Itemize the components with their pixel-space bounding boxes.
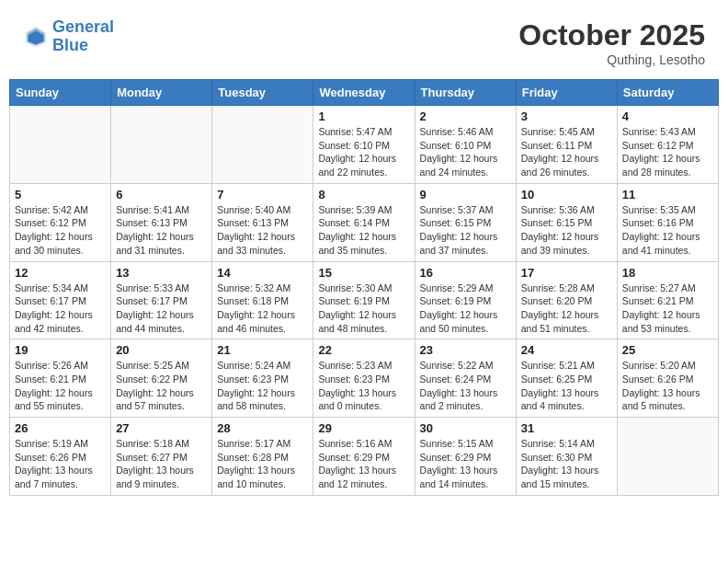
day-number: 28 <box>217 421 308 435</box>
day-info: Sunrise: 5:43 AM Sunset: 6:12 PM Dayligh… <box>622 125 713 179</box>
calendar-cell: 25Sunrise: 5:20 AM Sunset: 6:26 PM Dayli… <box>617 339 718 418</box>
day-info: Sunrise: 5:37 AM Sunset: 6:15 PM Dayligh… <box>420 203 511 258</box>
day-number: 16 <box>420 266 511 280</box>
day-info: Sunrise: 5:20 AM Sunset: 6:26 PM Dayligh… <box>622 359 713 413</box>
location-subtitle: Quthing, Lesotho <box>518 52 705 67</box>
logo-icon <box>23 24 49 50</box>
day-info: Sunrise: 5:15 AM Sunset: 6:29 PM Dayligh… <box>420 437 511 491</box>
day-number: 27 <box>116 421 207 435</box>
day-number: 14 <box>217 266 308 280</box>
title-block: October 2025 Quthing, Lesotho <box>518 18 705 67</box>
weekday-header-wednesday: Wednesday <box>313 80 415 106</box>
day-number: 15 <box>318 266 409 280</box>
day-info: Sunrise: 5:32 AM Sunset: 6:18 PM Dayligh… <box>217 282 308 336</box>
day-info: Sunrise: 5:27 AM Sunset: 6:21 PM Dayligh… <box>622 282 713 336</box>
calendar-cell <box>111 106 212 184</box>
calendar-cell: 30Sunrise: 5:15 AM Sunset: 6:29 PM Dayli… <box>415 418 516 496</box>
day-number: 31 <box>521 421 612 435</box>
weekday-header-saturday: Saturday <box>617 80 718 106</box>
calendar-cell: 23Sunrise: 5:22 AM Sunset: 6:24 PM Dayli… <box>415 339 516 418</box>
day-info: Sunrise: 5:46 AM Sunset: 6:10 PM Dayligh… <box>420 125 511 179</box>
calendar-cell: 14Sunrise: 5:32 AM Sunset: 6:18 PM Dayli… <box>212 261 313 339</box>
calendar-cell: 11Sunrise: 5:35 AM Sunset: 6:16 PM Dayli… <box>617 183 718 261</box>
day-info: Sunrise: 5:23 AM Sunset: 6:23 PM Dayligh… <box>318 359 409 413</box>
day-number: 26 <box>15 421 106 435</box>
calendar-cell: 24Sunrise: 5:21 AM Sunset: 6:25 PM Dayli… <box>516 339 617 418</box>
logo-text: General Blue <box>52 18 114 55</box>
calendar-cell: 5Sunrise: 5:42 AM Sunset: 6:12 PM Daylig… <box>10 183 111 261</box>
calendar-cell: 3Sunrise: 5:45 AM Sunset: 6:11 PM Daylig… <box>516 106 617 184</box>
calendar-cell: 12Sunrise: 5:34 AM Sunset: 6:17 PM Dayli… <box>10 261 111 339</box>
day-number: 22 <box>318 343 409 357</box>
day-number: 8 <box>318 188 409 201</box>
day-number: 23 <box>420 343 511 357</box>
day-info: Sunrise: 5:18 AM Sunset: 6:27 PM Dayligh… <box>116 437 207 491</box>
calendar-cell: 16Sunrise: 5:29 AM Sunset: 6:19 PM Dayli… <box>415 261 516 339</box>
weekday-header-monday: Monday <box>111 80 212 106</box>
day-info: Sunrise: 5:17 AM Sunset: 6:28 PM Dayligh… <box>217 437 308 491</box>
logo: General Blue <box>23 18 114 55</box>
day-number: 6 <box>116 188 207 201</box>
day-number: 25 <box>622 343 713 357</box>
weekday-header-thursday: Thursday <box>415 80 516 106</box>
day-number: 7 <box>217 188 308 201</box>
calendar-cell: 7Sunrise: 5:40 AM Sunset: 6:13 PM Daylig… <box>212 183 313 261</box>
calendar-cell: 27Sunrise: 5:18 AM Sunset: 6:27 PM Dayli… <box>111 418 212 496</box>
calendar-cell <box>617 418 718 496</box>
calendar-cell: 10Sunrise: 5:36 AM Sunset: 6:15 PM Dayli… <box>516 183 617 261</box>
calendar-cell: 22Sunrise: 5:23 AM Sunset: 6:23 PM Dayli… <box>313 339 415 418</box>
calendar-cell: 28Sunrise: 5:17 AM Sunset: 6:28 PM Dayli… <box>212 418 313 496</box>
day-number: 21 <box>217 343 308 357</box>
day-info: Sunrise: 5:30 AM Sunset: 6:19 PM Dayligh… <box>318 282 409 336</box>
day-number: 4 <box>622 109 713 123</box>
calendar-cell: 20Sunrise: 5:25 AM Sunset: 6:22 PM Dayli… <box>111 339 212 418</box>
calendar-cell: 9Sunrise: 5:37 AM Sunset: 6:15 PM Daylig… <box>415 183 516 261</box>
week-row-1: 1Sunrise: 5:47 AM Sunset: 6:10 PM Daylig… <box>10 106 719 184</box>
day-info: Sunrise: 5:40 AM Sunset: 6:13 PM Dayligh… <box>217 203 308 258</box>
day-info: Sunrise: 5:42 AM Sunset: 6:12 PM Dayligh… <box>15 203 106 258</box>
day-number: 5 <box>15 188 106 201</box>
day-number: 11 <box>622 188 713 201</box>
calendar-cell: 17Sunrise: 5:28 AM Sunset: 6:20 PM Dayli… <box>516 261 617 339</box>
day-number: 13 <box>116 266 207 280</box>
week-row-5: 26Sunrise: 5:19 AM Sunset: 6:26 PM Dayli… <box>10 418 719 496</box>
day-info: Sunrise: 5:34 AM Sunset: 6:17 PM Dayligh… <box>15 282 106 336</box>
calendar-cell <box>10 106 111 184</box>
calendar-cell: 21Sunrise: 5:24 AM Sunset: 6:23 PM Dayli… <box>212 339 313 418</box>
calendar-cell <box>212 106 313 184</box>
day-info: Sunrise: 5:24 AM Sunset: 6:23 PM Dayligh… <box>217 359 308 413</box>
weekday-header-friday: Friday <box>516 80 617 106</box>
weekday-header-row: SundayMondayTuesdayWednesdayThursdayFrid… <box>10 80 719 106</box>
calendar-cell: 13Sunrise: 5:33 AM Sunset: 6:17 PM Dayli… <box>111 261 212 339</box>
day-number: 30 <box>420 421 511 435</box>
day-info: Sunrise: 5:26 AM Sunset: 6:21 PM Dayligh… <box>15 359 106 413</box>
day-info: Sunrise: 5:19 AM Sunset: 6:26 PM Dayligh… <box>15 437 106 491</box>
calendar-table: SundayMondayTuesdayWednesdayThursdayFrid… <box>9 79 719 496</box>
day-info: Sunrise: 5:39 AM Sunset: 6:14 PM Dayligh… <box>318 203 409 258</box>
day-info: Sunrise: 5:29 AM Sunset: 6:19 PM Dayligh… <box>420 282 511 336</box>
day-info: Sunrise: 5:14 AM Sunset: 6:30 PM Dayligh… <box>521 437 612 491</box>
day-number: 19 <box>15 343 106 357</box>
week-row-4: 19Sunrise: 5:26 AM Sunset: 6:21 PM Dayli… <box>10 339 719 418</box>
day-number: 20 <box>116 343 207 357</box>
month-title: October 2025 <box>518 18 705 52</box>
calendar-cell: 1Sunrise: 5:47 AM Sunset: 6:10 PM Daylig… <box>313 106 415 184</box>
day-number: 3 <box>521 109 612 123</box>
day-info: Sunrise: 5:33 AM Sunset: 6:17 PM Dayligh… <box>116 282 207 336</box>
weekday-header-tuesday: Tuesday <box>212 80 313 106</box>
day-info: Sunrise: 5:25 AM Sunset: 6:22 PM Dayligh… <box>116 359 207 413</box>
day-number: 9 <box>420 188 511 201</box>
day-info: Sunrise: 5:22 AM Sunset: 6:24 PM Dayligh… <box>420 359 511 413</box>
calendar-cell: 8Sunrise: 5:39 AM Sunset: 6:14 PM Daylig… <box>313 183 415 261</box>
day-number: 18 <box>622 266 713 280</box>
day-info: Sunrise: 5:41 AM Sunset: 6:13 PM Dayligh… <box>116 203 207 258</box>
page-header: General Blue October 2025 Quthing, Lesot… <box>9 9 719 72</box>
week-row-3: 12Sunrise: 5:34 AM Sunset: 6:17 PM Dayli… <box>10 261 719 339</box>
calendar-cell: 19Sunrise: 5:26 AM Sunset: 6:21 PM Dayli… <box>10 339 111 418</box>
day-number: 2 <box>420 109 511 123</box>
day-info: Sunrise: 5:47 AM Sunset: 6:10 PM Dayligh… <box>318 125 409 179</box>
weekday-header-sunday: Sunday <box>10 80 111 106</box>
day-number: 1 <box>318 109 409 123</box>
day-number: 17 <box>521 266 612 280</box>
day-info: Sunrise: 5:28 AM Sunset: 6:20 PM Dayligh… <box>521 282 612 336</box>
